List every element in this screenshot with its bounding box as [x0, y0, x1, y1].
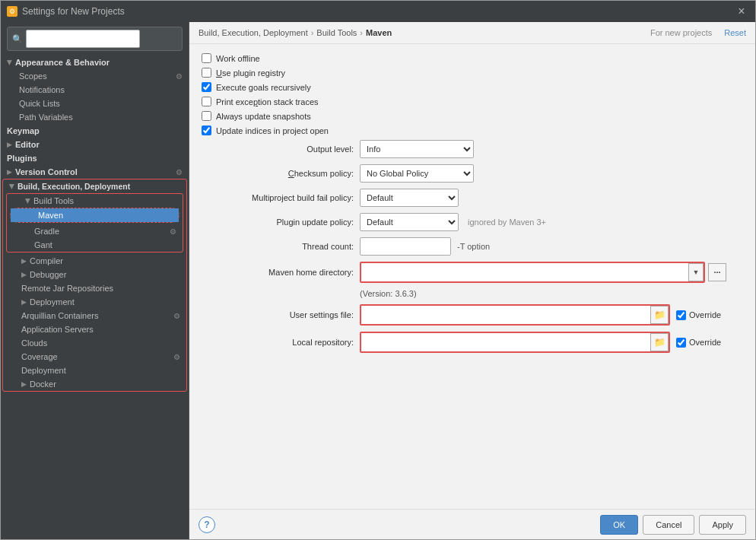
sidebar-item-arquillian[interactable]: Arquillian Containers ⚙: [3, 309, 186, 322]
sidebar-item-coverage[interactable]: Coverage ⚙: [3, 350, 186, 364]
window-title: Settings for New Projects: [22, 6, 125, 17]
sidebar-item-build-tools[interactable]: ▶ Build Tools: [7, 194, 183, 208]
sidebar-item-debugger[interactable]: ▶ Debugger: [3, 268, 186, 281]
thread-count-label: Thread count:: [202, 242, 354, 251]
sidebar-item-build-exec[interactable]: ▶ Build, Execution, Deployment: [3, 179, 186, 193]
sidebar-label-build: Build, Execution, Deployment: [17, 182, 130, 191]
always-update-label: Always update snapshots: [216, 112, 311, 121]
sidebar-item-keymap[interactable]: Keymap: [1, 124, 189, 138]
thread-count-input[interactable]: [360, 237, 451, 256]
sidebar-item-quick-lists[interactable]: Quick Lists: [1, 97, 189, 110]
user-settings-override-label: Override: [689, 310, 721, 319]
ok-button[interactable]: OK: [600, 515, 638, 535]
maven-home-input[interactable]: D:/Java/apache-maven-3.6.3: [361, 263, 688, 281]
maven-home-label: Maven home directory:: [202, 268, 354, 277]
settings-window: ⚙ Settings for New Projects × 🔍 ▶ Appear…: [0, 0, 756, 540]
chevron-icon-debugger: ▶: [21, 271, 27, 278]
sidebar-label-deployment2: Deployment: [21, 366, 66, 375]
ignored-note: ignored by Maven 3+: [468, 218, 546, 227]
chevron-icon-editor: ▶: [7, 141, 12, 148]
folder-icon-local: 📁: [654, 337, 665, 348]
search-box[interactable]: 🔍: [7, 27, 183, 51]
config-icon-arquillian: ⚙: [173, 312, 180, 320]
plugin-update-label: Plugin update policy:: [202, 218, 354, 227]
maven-home-dropdown-btn[interactable]: ▼: [688, 263, 704, 281]
cancel-button[interactable]: Cancel: [643, 515, 694, 535]
plugin-update-select[interactable]: Default Force Update Never Update: [360, 213, 459, 231]
sidebar-label-docker: Docker: [30, 380, 56, 389]
sidebar-label-maven: Maven: [38, 211, 63, 220]
sidebar-item-appearance[interactable]: ▶ Appearance & Behavior: [1, 56, 189, 69]
sidebar-label-editor: Editor: [15, 140, 40, 149]
local-repo-label: Local repository:: [202, 338, 354, 347]
sidebar-item-remote-jar[interactable]: Remote Jar Repositories: [3, 281, 186, 295]
sidebar-item-compiler[interactable]: ▶ Compiler: [3, 254, 186, 268]
always-update-checkbox[interactable]: [202, 111, 211, 121]
update-indices-row: Update indices in project open: [202, 125, 743, 135]
chevron-icon-vc: ▶: [7, 168, 12, 176]
sidebar-item-clouds[interactable]: Clouds: [3, 336, 186, 350]
reset-button[interactable]: Reset: [724, 28, 746, 37]
breadcrumb-sep1: ›: [311, 28, 314, 37]
sidebar-label-compiler: Compiler: [30, 256, 63, 265]
chevron-icon-docker: ▶: [21, 380, 27, 388]
update-indices-label: Update indices in project open: [216, 126, 329, 135]
sidebar-item-editor[interactable]: ▶ Editor: [1, 138, 189, 151]
local-repo-override-checkbox[interactable]: [676, 338, 686, 348]
sidebar-item-deployment2[interactable]: Deployment: [3, 364, 186, 377]
chevron-icon-build: ▶: [8, 184, 16, 189]
maven-home-browse-btn[interactable]: ···: [708, 263, 726, 281]
output-level-select[interactable]: Info Debug Warn Error: [360, 140, 474, 158]
apply-button[interactable]: Apply: [699, 515, 746, 535]
folder-icon: 📁: [654, 310, 665, 320]
print-exception-row: Print exception stack traces: [202, 97, 743, 106]
multiproject-row: Multiproject build fail policy: Default …: [202, 189, 743, 207]
user-settings-override-checkbox[interactable]: [676, 310, 686, 320]
local-repo-input[interactable]: D:\Java\repo: [361, 333, 650, 351]
sidebar-label-debugger: Debugger: [30, 270, 66, 279]
sidebar-item-plugins[interactable]: Plugins: [1, 151, 189, 165]
maven-home-row: Maven home directory: D:/Java/apache-mav…: [202, 262, 743, 283]
local-repo-browse-btn[interactable]: 📁: [650, 333, 669, 351]
close-button[interactable]: ×: [734, 5, 749, 18]
sidebar-item-gradle[interactable]: Gradle ⚙: [7, 224, 183, 238]
work-offline-label: Work offline: [216, 54, 260, 63]
breadcrumb-build: Build, Execution, Deployment: [199, 28, 308, 37]
config-icon-coverage: ⚙: [173, 353, 180, 361]
sidebar-item-notifications[interactable]: Notifications: [1, 83, 189, 97]
config-icon: ⚙: [176, 72, 183, 81]
bottom-bar: ? OK Cancel Apply: [189, 509, 755, 539]
sidebar-item-path-variables[interactable]: Path Variables: [1, 110, 189, 124]
sidebar-label-coverage: Coverage: [21, 352, 58, 361]
sidebar-label-build-tools: Build Tools: [33, 196, 74, 205]
sidebar-item-docker[interactable]: ▶ Docker: [3, 377, 186, 391]
plugin-registry-checkbox[interactable]: [202, 68, 211, 78]
work-offline-checkbox[interactable]: [202, 53, 211, 63]
help-button[interactable]: ?: [199, 516, 215, 533]
execute-goals-checkbox[interactable]: [202, 82, 211, 92]
multiproject-select[interactable]: Default Fail at End Fail Never: [360, 189, 459, 207]
sidebar-item-deployment[interactable]: ▶ Deployment: [3, 295, 186, 309]
app-icon: ⚙: [7, 6, 17, 17]
update-indices-checkbox[interactable]: [202, 125, 211, 135]
sidebar-item-gant[interactable]: Gant: [7, 238, 183, 252]
print-exception-checkbox[interactable]: [202, 97, 211, 106]
user-settings-label: User settings file:: [202, 310, 354, 319]
breadcrumb-maven: Maven: [366, 28, 392, 37]
user-settings-input[interactable]: D:\Java\apache-maven-3.6.3\conf\settings…: [361, 306, 650, 324]
sidebar-item-app-servers[interactable]: Application Servers: [3, 322, 186, 336]
local-repo-row: Local repository: D:\Java\repo 📁 Overrid…: [202, 332, 743, 353]
search-input[interactable]: [26, 30, 140, 48]
user-settings-row: User settings file: D:\Java\apache-maven…: [202, 304, 743, 326]
checksum-policy-select[interactable]: No Global Policy Fail Warn Ignore: [360, 164, 474, 183]
execute-goals-row: Execute goals recursively: [202, 82, 743, 92]
chevron-icon-deploy: ▶: [21, 298, 27, 306]
sidebar-label-arquillian: Arquillian Containers: [21, 311, 99, 320]
chevron-icon-compiler: ▶: [21, 257, 27, 265]
user-settings-browse-btn[interactable]: 📁: [650, 306, 669, 324]
sidebar-item-version-control[interactable]: ▶ Version Control ⚙: [1, 165, 189, 179]
plugin-registry-row: Use plugin registry: [202, 68, 743, 78]
sidebar-item-scopes[interactable]: Scopes ⚙: [1, 69, 189, 83]
breadcrumb-tools: Build Tools: [316, 28, 357, 37]
sidebar-item-maven[interactable]: Maven: [11, 208, 179, 222]
